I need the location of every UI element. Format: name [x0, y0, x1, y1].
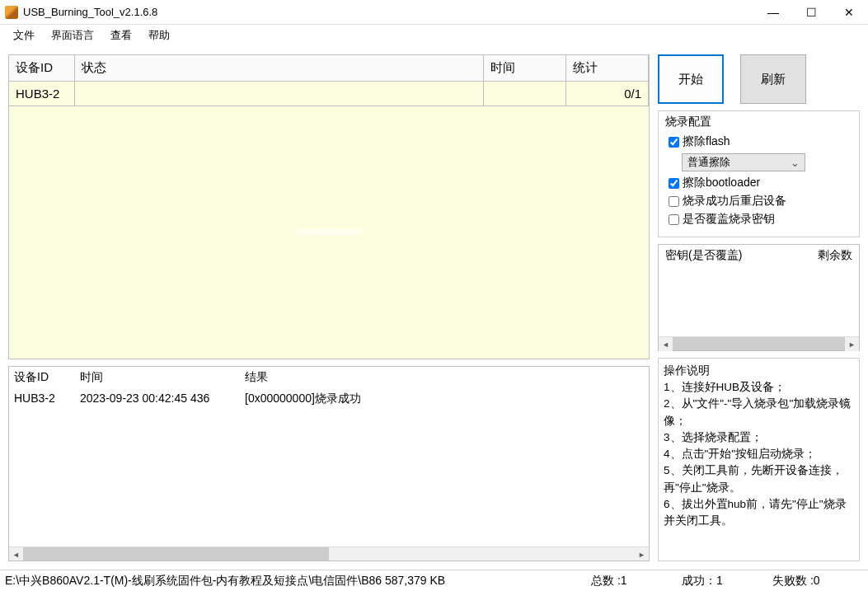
- config-groupbox: 烧录配置 擦除flash 普通擦除 擦除bootloader 烧录成功后重启设备…: [658, 110, 860, 237]
- scroll-left-icon[interactable]: ◄: [9, 547, 23, 561]
- status-fail: 失败数 :0: [772, 574, 863, 589]
- keys-header: 密钥(是否覆盖) 剩余数: [659, 245, 859, 266]
- keys-col2: 剩余数: [818, 248, 852, 263]
- header-stats: 统计: [566, 55, 649, 82]
- erase-bootloader-row[interactable]: 擦除bootloader: [665, 174, 852, 192]
- log-header-time: 时间: [75, 367, 240, 388]
- instruction-3: 3、选择烧录配置；: [664, 429, 854, 446]
- menu-file[interactable]: 文件: [5, 26, 43, 45]
- erase-flash-checkbox[interactable]: [669, 137, 679, 148]
- instruction-4: 4、点击"开始"按钮启动烧录；: [664, 446, 854, 462]
- instruction-6: 6、拔出外置hub前，请先"停止"烧录并关闭工具。: [664, 496, 854, 530]
- button-row: 开始 刷新: [658, 54, 860, 104]
- menu-language[interactable]: 界面语言: [43, 26, 102, 45]
- left-column: 设备ID 状态 时间 统计 HUB3-2 0/1 设备ID 时间 结果: [8, 54, 650, 561]
- cell-stats: 0/1: [566, 82, 649, 106]
- overwrite-key-checkbox[interactable]: [669, 214, 679, 225]
- instruction-5: 5、关闭工具前，先断开设备连接，再"停止"烧录。: [664, 462, 854, 496]
- keys-col1: 密钥(是否覆盖): [665, 248, 818, 263]
- overwrite-key-label: 是否覆盖烧录密钥: [683, 212, 775, 227]
- header-device-id: 设备ID: [9, 55, 75, 82]
- cell-device-id: HUB3-2: [9, 82, 75, 106]
- log-header-device: 设备ID: [9, 367, 75, 388]
- start-button[interactable]: 开始: [658, 54, 724, 104]
- menubar: 文件 界面语言 查看 帮助: [0, 25, 868, 46]
- app-icon: [5, 6, 18, 19]
- log-header: 设备ID 时间 结果: [9, 367, 649, 388]
- device-table-empty: [9, 106, 649, 359]
- titlebar: USB_Burning_Tool_v2.1.6.8 — ☐ ✕: [0, 0, 868, 25]
- status-success: 成功：1: [682, 574, 772, 589]
- device-table-header: 设备ID 状态 时间 统计: [9, 55, 649, 82]
- log-cell-result: [0x00000000]烧录成功: [240, 388, 649, 410]
- scroll-thumb[interactable]: [23, 547, 329, 561]
- menu-view[interactable]: 查看: [102, 26, 140, 45]
- scroll-track[interactable]: [23, 547, 635, 561]
- statusbar: E:\中兴B860AV2.1-T(M)-线刷系统固件包-内有教程及短接点\电信固…: [0, 570, 868, 591]
- reboot-after-row[interactable]: 烧录成功后重启设备: [665, 192, 852, 210]
- log-table: 设备ID 时间 结果 HUB3-2 2023-09-23 00:42:45 43…: [8, 366, 650, 561]
- device-table: 设备ID 状态 时间 统计 HUB3-2 0/1: [8, 54, 650, 359]
- refresh-button[interactable]: 刷新: [740, 54, 806, 104]
- reboot-after-label: 烧录成功后重启设备: [683, 194, 786, 209]
- erase-bootloader-checkbox[interactable]: [669, 178, 679, 189]
- window-controls: — ☐ ✕: [754, 0, 868, 25]
- status-path: E:\中兴B860AV2.1-T(M)-线刷系统固件包-内有教程及短接点\电信固…: [5, 574, 591, 589]
- watermark-text: [296, 229, 362, 236]
- log-cell-device: HUB3-2: [9, 388, 75, 410]
- scroll-right-icon[interactable]: ►: [635, 547, 649, 561]
- instruction-2: 2、从"文件"-"导入烧录包"加载烧录镜像；: [664, 396, 854, 429]
- status-total: 总数 :1: [591, 574, 682, 589]
- log-content: HUB3-2 2023-09-23 00:42:45 436 [0x000000…: [9, 388, 649, 546]
- close-button[interactable]: ✕: [830, 0, 868, 25]
- overwrite-key-row[interactable]: 是否覆盖烧录密钥: [665, 210, 852, 228]
- config-title: 烧录配置: [665, 115, 852, 129]
- instruction-1: 1、连接好HUB及设备；: [664, 379, 854, 396]
- header-status: 状态: [75, 55, 484, 82]
- cell-time: [484, 82, 566, 106]
- log-hscrollbar[interactable]: ◄ ►: [9, 546, 649, 561]
- main-area: 设备ID 状态 时间 统计 HUB3-2 0/1 设备ID 时间 结果: [0, 46, 868, 570]
- instructions-box: 操作说明 1、连接好HUB及设备； 2、从"文件"-"导入烧录包"加载烧录镜像；…: [658, 358, 860, 561]
- header-time: 时间: [484, 55, 566, 82]
- log-row[interactable]: HUB3-2 2023-09-23 00:42:45 436 [0x000000…: [9, 388, 649, 410]
- reboot-after-checkbox[interactable]: [669, 196, 679, 207]
- scroll-thumb[interactable]: [673, 337, 845, 350]
- window-title: USB_Burning_Tool_v2.1.6.8: [23, 6, 754, 18]
- erase-flash-row[interactable]: 擦除flash: [665, 133, 852, 151]
- log-cell-time: 2023-09-23 00:42:45 436: [75, 388, 240, 410]
- maximize-button[interactable]: ☐: [792, 0, 830, 25]
- cell-status: [75, 82, 484, 106]
- erase-flash-label: 擦除flash: [683, 134, 730, 149]
- log-header-result: 结果: [240, 367, 649, 388]
- keys-content: [659, 266, 859, 336]
- instructions-title: 操作说明: [664, 362, 854, 379]
- scroll-left-icon[interactable]: ◄: [659, 337, 673, 351]
- device-table-row[interactable]: HUB3-2 0/1: [9, 82, 649, 106]
- minimize-button[interactable]: —: [754, 0, 792, 25]
- keys-hscrollbar[interactable]: ◄ ►: [659, 336, 859, 350]
- scroll-track[interactable]: [673, 337, 845, 350]
- scroll-right-icon[interactable]: ►: [845, 337, 859, 351]
- erase-mode-value: 普通擦除: [687, 155, 730, 170]
- erase-bootloader-label: 擦除bootloader: [683, 176, 760, 190]
- keys-box: 密钥(是否覆盖) 剩余数 ◄ ►: [658, 244, 860, 351]
- menu-help[interactable]: 帮助: [140, 26, 178, 45]
- right-column: 开始 刷新 烧录配置 擦除flash 普通擦除 擦除bootloader 烧录成…: [658, 54, 860, 561]
- erase-mode-dropdown[interactable]: 普通擦除: [682, 153, 805, 171]
